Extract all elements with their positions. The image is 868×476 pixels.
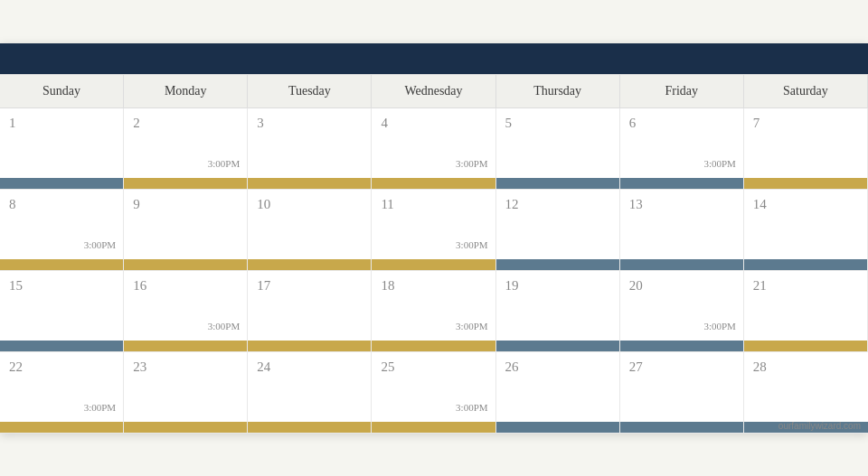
day-number: 15 (9, 278, 114, 294)
day-number: 24 (257, 359, 362, 375)
day-number: 11 (381, 197, 486, 212)
calendar-grid: SundayMondayTuesdayWednesdayThursdayFrid… (0, 74, 868, 434)
day-cell: 23:00PM (124, 108, 248, 190)
calendar-container: SundayMondayTuesdayWednesdayThursdayFrid… (0, 43, 868, 434)
custody-bar-gold (124, 178, 247, 189)
time-label: 3:00PM (456, 158, 487, 169)
day-cell: 13 (620, 190, 744, 271)
custody-bar-gold (248, 422, 371, 433)
day-cell: 12 (496, 190, 620, 271)
day-number: 27 (629, 359, 734, 375)
day-cell: 27 (620, 352, 744, 434)
day-cell: 7 (744, 108, 868, 190)
custody-bar-gold (744, 178, 867, 189)
day-cell: 24 (248, 352, 372, 434)
day-cell: 253:00PM (372, 352, 495, 434)
day-cell: 9 (124, 190, 248, 271)
day-number: 6 (629, 116, 734, 131)
custody-bar-gold (372, 422, 495, 433)
day-number: 14 (753, 197, 858, 212)
day-cell: 14 (744, 190, 868, 271)
day-cell: 26 (496, 352, 620, 434)
day-cell: 3 (248, 108, 372, 190)
custody-bar-blue (620, 178, 743, 189)
time-label: 3:00PM (703, 321, 735, 331)
day-number: 20 (629, 278, 734, 294)
day-number: 16 (133, 278, 238, 294)
custody-bar-blue (496, 178, 619, 189)
day-number: 26 (505, 359, 610, 375)
custody-bar-gold (372, 259, 495, 270)
custody-bar-gold (248, 341, 371, 351)
day-number: 25 (381, 359, 486, 375)
day-cell: 63:00PM (620, 108, 744, 190)
day-number: 17 (257, 278, 362, 294)
day-cell: 28ourfamilywizard.com (744, 352, 868, 434)
custody-bar-gold (248, 259, 371, 270)
day-number: 4 (381, 116, 486, 131)
custody-bar-blue (0, 341, 123, 351)
day-header-sunday: Sunday (0, 75, 124, 108)
custody-bar-gold (248, 178, 371, 189)
day-cell: 163:00PM (124, 271, 248, 352)
time-label: 3:00PM (208, 158, 240, 169)
day-number: 1 (9, 116, 114, 131)
time-label: 3:00PM (703, 158, 735, 169)
day-cell: 5 (496, 108, 620, 190)
day-cell: 203:00PM (620, 271, 744, 352)
day-number: 8 (9, 197, 114, 212)
custody-bar-gold (372, 341, 495, 351)
time-label: 3:00PM (456, 402, 487, 413)
time-label: 3:00PM (208, 321, 240, 331)
day-number: 7 (753, 116, 858, 131)
day-cell: 183:00PM (372, 271, 495, 352)
day-number: 5 (505, 116, 610, 131)
day-number: 10 (257, 197, 362, 212)
day-cell: 10 (248, 190, 372, 271)
custody-bar-blue (496, 341, 619, 351)
day-cell: 17 (248, 271, 372, 352)
time-label: 3:00PM (456, 321, 487, 331)
custody-bar-blue (620, 259, 743, 270)
day-cell: 1 (0, 108, 124, 190)
day-number: 21 (753, 278, 858, 294)
day-cell: 15 (0, 271, 124, 352)
day-number: 13 (629, 197, 734, 212)
day-header-thursday: Thursday (496, 75, 620, 108)
day-number: 3 (257, 116, 362, 131)
custody-bar-gold (372, 178, 495, 189)
day-header-friday: Friday (620, 75, 744, 108)
custody-bar-blue (496, 422, 619, 433)
day-header-saturday: Saturday (744, 75, 868, 108)
day-cell: 83:00PM (0, 190, 124, 271)
custody-bar-gold (0, 259, 123, 270)
day-cell: 21 (744, 271, 868, 352)
day-number: 12 (505, 197, 610, 212)
day-cell: 19 (496, 271, 620, 352)
day-header-wednesday: Wednesday (372, 75, 495, 108)
custody-bar-gold (124, 259, 247, 270)
custody-bar-gold (124, 422, 247, 433)
custody-bar-blue (620, 422, 743, 433)
custody-bar-blue (620, 341, 743, 351)
custody-bar-gold (124, 341, 247, 351)
custody-bar-gold (0, 422, 123, 433)
time-label: 3:00PM (84, 402, 116, 413)
time-label: 3:00PM (456, 239, 487, 250)
custody-bar-gold (744, 341, 867, 351)
day-cell: 43:00PM (372, 108, 495, 190)
day-number: 9 (133, 197, 238, 212)
time-label: 3:00PM (84, 239, 116, 250)
day-number: 23 (133, 359, 238, 375)
calendar-title (0, 43, 868, 74)
day-cell: 223:00PM (0, 352, 124, 434)
day-cell: 113:00PM (372, 190, 495, 271)
custody-bar-blue (0, 178, 123, 189)
day-number: 28 (753, 359, 859, 375)
day-header-tuesday: Tuesday (248, 75, 372, 108)
watermark: ourfamilywizard.com (778, 421, 861, 431)
day-cell: 23 (124, 352, 248, 434)
custody-bar-blue (496, 259, 619, 270)
day-number: 2 (133, 116, 238, 131)
day-number: 22 (9, 359, 114, 375)
